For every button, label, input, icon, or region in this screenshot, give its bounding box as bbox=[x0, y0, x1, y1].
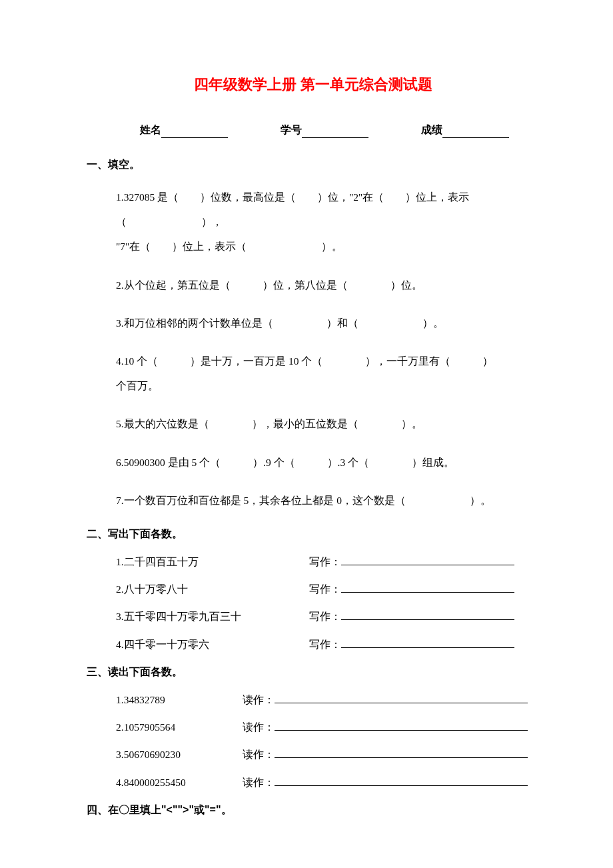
s3-item-4-answer: 读作： bbox=[243, 775, 540, 790]
s2-item-3-answer: 写作： bbox=[309, 609, 540, 624]
s3-item-2-answer: 读作： bbox=[243, 719, 540, 735]
s3-item-1-label: 1.34832789 bbox=[116, 692, 243, 707]
s3-item-2: 2.1057905564 读作： bbox=[116, 719, 540, 735]
s3-item-2-label: 2.1057905564 bbox=[116, 719, 243, 735]
id-label: 学号 bbox=[281, 124, 302, 135]
s1-q3: 3.和万位相邻的两个计数单位是（ ）和（ ）。 bbox=[116, 311, 540, 335]
s1-q6: 6.50900300 是由 5 个（ ）.9 个（ ）.3 个（ ）组成。 bbox=[116, 450, 540, 475]
s3-item-4: 4.840000255450 读作： bbox=[116, 775, 540, 790]
s1-q7: 7.一个数百万位和百位都是 5，其余各位上都是 0，这个数是（ ）。 bbox=[116, 488, 540, 513]
s3-item-3: 3.50670690230 读作： bbox=[116, 747, 540, 762]
s2-item-3-label: 3.五千零四十万零九百三十 bbox=[116, 609, 309, 624]
s2-item-1: 1.二千四百五十万 写作： bbox=[116, 554, 540, 569]
s2-item-1-label: 1.二千四百五十万 bbox=[116, 554, 309, 569]
s2-item-2: 2.八十万零八十 写作： bbox=[116, 581, 540, 597]
answer-blank bbox=[275, 692, 528, 703]
score-label: 成绩 bbox=[421, 124, 442, 135]
s2-item-1-answer: 写作： bbox=[309, 554, 540, 569]
name-blank bbox=[161, 127, 228, 138]
answer-blank bbox=[275, 720, 528, 731]
s1-q5: 5.最大的六位数是（ ），最小的五位数是（ ）。 bbox=[116, 411, 540, 436]
answer-blank bbox=[341, 637, 514, 648]
s2-item-4-answer: 写作： bbox=[309, 637, 540, 652]
name-label: 姓名 bbox=[140, 124, 161, 135]
student-info-line: 姓名 学号 成绩 bbox=[87, 122, 540, 138]
s3-item-3-label: 3.50670690230 bbox=[116, 747, 243, 762]
s3-item-1-answer: 读作： bbox=[243, 692, 540, 707]
answer-blank bbox=[275, 775, 528, 786]
page-root: 四年级数学上册 第一单元综合测试题 姓名 学号 成绩 一、填空。 1.32708… bbox=[0, 0, 613, 868]
answer-blank bbox=[275, 747, 528, 759]
s2-item-4: 4.四千零一十万零六 写作： bbox=[116, 637, 540, 652]
s2-item-4-label: 4.四千零一十万零六 bbox=[116, 637, 309, 652]
document-title: 四年级数学上册 第一单元综合测试题 bbox=[87, 73, 540, 95]
answer-blank bbox=[341, 582, 514, 593]
answer-blank bbox=[341, 554, 514, 565]
section-4-heading: 四、在〇里填上"<"">"或"="。 bbox=[87, 802, 540, 818]
s1-q1-line1: 1.327085 是（ ）位数，最高位是（ ）位，"2"在（ ）位上，表示 bbox=[116, 185, 540, 209]
s1-q4: 4.10 个（ ）是十万，一百万是 10 个（ ），一千万里有（ ） 个百万。 bbox=[116, 349, 540, 398]
id-blank bbox=[302, 127, 368, 138]
section-2-heading: 二、写出下面各数。 bbox=[87, 526, 540, 542]
s3-item-4-label: 4.840000255450 bbox=[116, 775, 243, 790]
s2-item-2-label: 2.八十万零八十 bbox=[116, 581, 309, 597]
s1-q1-line3: "7"在（ ）位上，表示（ ）。 bbox=[116, 234, 540, 259]
section-3-heading: 三、读出下面各数。 bbox=[87, 664, 540, 680]
score-blank bbox=[442, 127, 509, 138]
s3-item-1: 1.34832789 读作： bbox=[116, 692, 540, 707]
s2-item-3: 3.五千零四十万零九百三十 写作： bbox=[116, 609, 540, 624]
s1-q1: 1.327085 是（ ）位数，最高位是（ ）位，"2"在（ ）位上，表示 （ … bbox=[116, 185, 540, 259]
s1-q4-line2: 个百万。 bbox=[116, 373, 540, 398]
s3-item-3-answer: 读作： bbox=[243, 747, 540, 762]
section-1-heading: 一、填空。 bbox=[87, 157, 540, 173]
s2-item-2-answer: 写作： bbox=[309, 581, 540, 597]
s1-q2: 2.从个位起，第五位是（ ）位，第八位是（ ）位。 bbox=[116, 273, 540, 297]
s1-q4-line1: 4.10 个（ ）是十万，一百万是 10 个（ ），一千万里有（ ） bbox=[116, 349, 540, 373]
s1-q1-line2: （ ）， bbox=[116, 209, 540, 234]
answer-blank bbox=[341, 609, 514, 621]
